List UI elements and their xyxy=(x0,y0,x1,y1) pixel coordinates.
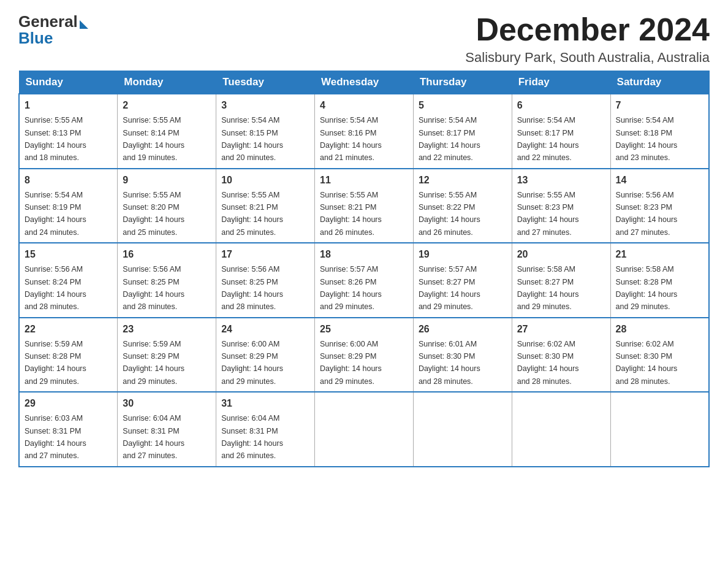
day-info: Sunrise: 5:54 AMSunset: 8:19 PMDaylight:… xyxy=(25,191,86,237)
week-row-4: 22 Sunrise: 5:59 AMSunset: 8:28 PMDaylig… xyxy=(19,318,709,393)
calendar-cell: 19 Sunrise: 5:57 AMSunset: 8:27 PMDaylig… xyxy=(413,243,512,318)
day-info: Sunrise: 5:58 AMSunset: 8:27 PMDaylight:… xyxy=(517,265,579,311)
day-number: 7 xyxy=(616,98,703,113)
calendar-cell: 14 Sunrise: 5:56 AMSunset: 8:23 PMDaylig… xyxy=(610,169,709,243)
calendar-cell: 5 Sunrise: 5:54 AMSunset: 8:17 PMDayligh… xyxy=(413,94,512,169)
day-info: Sunrise: 5:57 AMSunset: 8:27 PMDaylight:… xyxy=(419,265,480,311)
calendar-cell: 31 Sunrise: 6:04 AMSunset: 8:31 PMDaylig… xyxy=(216,392,315,467)
calendar-cell: 3 Sunrise: 5:54 AMSunset: 8:15 PMDayligh… xyxy=(216,94,315,169)
day-number: 19 xyxy=(419,247,507,262)
day-number: 17 xyxy=(221,247,309,262)
day-info: Sunrise: 5:55 AMSunset: 8:22 PMDaylight:… xyxy=(419,191,480,237)
calendar-cell: 2 Sunrise: 5:55 AMSunset: 8:14 PMDayligh… xyxy=(118,94,216,169)
day-number: 11 xyxy=(320,173,408,188)
day-header-saturday: Saturday xyxy=(610,71,709,94)
page-header: General Blue December 2024 Salisbury Par… xyxy=(18,12,710,66)
day-number: 9 xyxy=(123,173,211,188)
day-info: Sunrise: 5:54 AMSunset: 8:17 PMDaylight:… xyxy=(517,116,579,162)
day-info: Sunrise: 5:56 AMSunset: 8:25 PMDaylight:… xyxy=(221,265,283,311)
logo: General Blue xyxy=(18,12,88,46)
day-info: Sunrise: 5:55 AMSunset: 8:21 PMDaylight:… xyxy=(221,191,283,237)
day-info: Sunrise: 6:02 AMSunset: 8:30 PMDaylight:… xyxy=(616,340,678,386)
calendar-cell: 30 Sunrise: 6:04 AMSunset: 8:31 PMDaylig… xyxy=(118,392,216,467)
day-info: Sunrise: 5:54 AMSunset: 8:16 PMDaylight:… xyxy=(320,116,382,162)
day-info: Sunrise: 5:55 AMSunset: 8:14 PMDaylight:… xyxy=(123,116,184,162)
calendar-cell: 6 Sunrise: 5:54 AMSunset: 8:17 PMDayligh… xyxy=(512,94,610,169)
calendar-cell: 26 Sunrise: 6:01 AMSunset: 8:30 PMDaylig… xyxy=(413,318,512,393)
calendar-table: SundayMondayTuesdayWednesdayThursdayFrid… xyxy=(18,71,710,467)
calendar-cell: 22 Sunrise: 5:59 AMSunset: 8:28 PMDaylig… xyxy=(19,318,118,393)
month-title: December 2024 xyxy=(465,12,710,47)
week-row-1: 1 Sunrise: 5:55 AMSunset: 8:13 PMDayligh… xyxy=(19,94,709,169)
week-row-2: 8 Sunrise: 5:54 AMSunset: 8:19 PMDayligh… xyxy=(19,169,709,243)
days-header-row: SundayMondayTuesdayWednesdayThursdayFrid… xyxy=(19,71,709,94)
day-number: 28 xyxy=(616,322,703,337)
calendar-cell: 15 Sunrise: 5:56 AMSunset: 8:24 PMDaylig… xyxy=(19,243,118,318)
calendar-cell: 11 Sunrise: 5:55 AMSunset: 8:21 PMDaylig… xyxy=(315,169,414,243)
day-number: 18 xyxy=(320,247,408,262)
day-number: 4 xyxy=(320,98,408,113)
day-number: 1 xyxy=(25,98,112,113)
day-number: 31 xyxy=(221,396,309,411)
day-info: Sunrise: 6:04 AMSunset: 8:31 PMDaylight:… xyxy=(123,414,184,460)
day-number: 16 xyxy=(123,247,211,262)
day-number: 8 xyxy=(25,173,112,188)
calendar-cell: 13 Sunrise: 5:55 AMSunset: 8:23 PMDaylig… xyxy=(512,169,610,243)
day-info: Sunrise: 6:02 AMSunset: 8:30 PMDaylight:… xyxy=(517,340,579,386)
calendar-cell: 20 Sunrise: 5:58 AMSunset: 8:27 PMDaylig… xyxy=(512,243,610,318)
day-number: 29 xyxy=(25,396,112,411)
day-info: Sunrise: 5:54 AMSunset: 8:15 PMDaylight:… xyxy=(221,116,283,162)
day-number: 30 xyxy=(123,396,211,411)
day-header-wednesday: Wednesday xyxy=(315,71,414,94)
day-info: Sunrise: 5:55 AMSunset: 8:13 PMDaylight:… xyxy=(25,116,86,162)
calendar-cell: 18 Sunrise: 5:57 AMSunset: 8:26 PMDaylig… xyxy=(315,243,414,318)
calendar-cell: 27 Sunrise: 6:02 AMSunset: 8:30 PMDaylig… xyxy=(512,318,610,393)
day-info: Sunrise: 5:59 AMSunset: 8:28 PMDaylight:… xyxy=(25,340,86,386)
day-info: Sunrise: 5:57 AMSunset: 8:26 PMDaylight:… xyxy=(320,265,382,311)
day-info: Sunrise: 6:00 AMSunset: 8:29 PMDaylight:… xyxy=(221,340,283,386)
day-number: 26 xyxy=(419,322,507,337)
calendar-cell: 21 Sunrise: 5:58 AMSunset: 8:28 PMDaylig… xyxy=(610,243,709,318)
calendar-cell: 4 Sunrise: 5:54 AMSunset: 8:16 PMDayligh… xyxy=(315,94,414,169)
day-info: Sunrise: 6:01 AMSunset: 8:30 PMDaylight:… xyxy=(419,340,480,386)
day-info: Sunrise: 5:54 AMSunset: 8:17 PMDaylight:… xyxy=(419,116,480,162)
day-number: 2 xyxy=(123,98,211,113)
day-info: Sunrise: 5:56 AMSunset: 8:23 PMDaylight:… xyxy=(616,191,678,237)
day-info: Sunrise: 5:58 AMSunset: 8:28 PMDaylight:… xyxy=(616,265,678,311)
day-number: 25 xyxy=(320,322,408,337)
day-info: Sunrise: 5:55 AMSunset: 8:21 PMDaylight:… xyxy=(320,191,382,237)
day-number: 24 xyxy=(221,322,309,337)
logo-blue-text: Blue xyxy=(18,30,88,46)
calendar-cell xyxy=(413,392,512,467)
calendar-cell: 1 Sunrise: 5:55 AMSunset: 8:13 PMDayligh… xyxy=(19,94,118,169)
day-number: 13 xyxy=(517,173,605,188)
calendar-cell: 16 Sunrise: 5:56 AMSunset: 8:25 PMDaylig… xyxy=(118,243,216,318)
week-row-3: 15 Sunrise: 5:56 AMSunset: 8:24 PMDaylig… xyxy=(19,243,709,318)
day-number: 23 xyxy=(123,322,211,337)
calendar-cell: 23 Sunrise: 5:59 AMSunset: 8:29 PMDaylig… xyxy=(118,318,216,393)
day-number: 22 xyxy=(25,322,112,337)
title-block: December 2024 Salisbury Park, South Aust… xyxy=(465,12,710,66)
calendar-cell: 7 Sunrise: 5:54 AMSunset: 8:18 PMDayligh… xyxy=(610,94,709,169)
calendar-cell: 17 Sunrise: 5:56 AMSunset: 8:25 PMDaylig… xyxy=(216,243,315,318)
calendar-cell: 25 Sunrise: 6:00 AMSunset: 8:29 PMDaylig… xyxy=(315,318,414,393)
day-info: Sunrise: 5:56 AMSunset: 8:25 PMDaylight:… xyxy=(123,265,184,311)
day-number: 14 xyxy=(616,173,703,188)
day-number: 12 xyxy=(419,173,507,188)
day-info: Sunrise: 5:55 AMSunset: 8:20 PMDaylight:… xyxy=(123,191,184,237)
calendar-cell xyxy=(512,392,610,467)
day-number: 20 xyxy=(517,247,605,262)
day-info: Sunrise: 6:04 AMSunset: 8:31 PMDaylight:… xyxy=(221,414,283,460)
day-number: 5 xyxy=(419,98,507,113)
calendar-cell xyxy=(610,392,709,467)
week-row-5: 29 Sunrise: 6:03 AMSunset: 8:31 PMDaylig… xyxy=(19,392,709,467)
calendar-cell: 29 Sunrise: 6:03 AMSunset: 8:31 PMDaylig… xyxy=(19,392,118,467)
calendar-cell: 12 Sunrise: 5:55 AMSunset: 8:22 PMDaylig… xyxy=(413,169,512,243)
day-info: Sunrise: 6:03 AMSunset: 8:31 PMDaylight:… xyxy=(25,414,86,460)
calendar-cell: 28 Sunrise: 6:02 AMSunset: 8:30 PMDaylig… xyxy=(610,318,709,393)
calendar-cell: 8 Sunrise: 5:54 AMSunset: 8:19 PMDayligh… xyxy=(19,169,118,243)
day-number: 15 xyxy=(25,247,112,262)
day-number: 27 xyxy=(517,322,605,337)
calendar-cell: 24 Sunrise: 6:00 AMSunset: 8:29 PMDaylig… xyxy=(216,318,315,393)
calendar-cell: 10 Sunrise: 5:55 AMSunset: 8:21 PMDaylig… xyxy=(216,169,315,243)
